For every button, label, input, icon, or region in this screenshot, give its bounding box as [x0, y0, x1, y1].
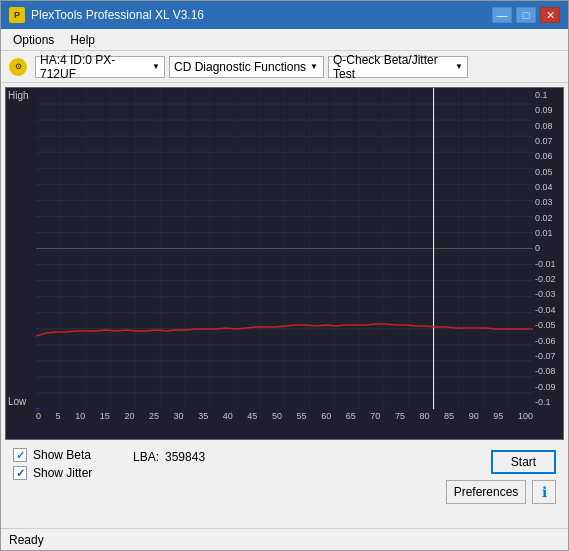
main-window: P PlexTools Professional XL V3.16 — □ ✕ … [0, 0, 569, 551]
maximize-button[interactable]: □ [516, 7, 536, 23]
prefs-row: Preferences ℹ [446, 480, 556, 504]
info-icon: ℹ [542, 484, 547, 500]
preferences-button[interactable]: Preferences [446, 480, 526, 504]
function-dropdown[interactable]: CD Diagnostic Functions ▼ [169, 56, 324, 78]
function-dropdown-arrow: ▼ [310, 62, 318, 71]
show-jitter-checkmark: ✓ [16, 467, 25, 480]
drive-dropdown-arrow: ▼ [152, 62, 160, 71]
lba-label: LBA: [133, 450, 159, 464]
start-button[interactable]: Start [491, 450, 556, 474]
drive-button[interactable]: ⊙ [5, 56, 31, 78]
chart-container: High Low 0.1 0.09 0.08 0.07 0.06 0.05 0.… [5, 87, 564, 440]
test-dropdown[interactable]: Q-Check Beta/Jitter Test ▼ [328, 56, 468, 78]
minimize-button[interactable]: — [492, 7, 512, 23]
status-text: Ready [9, 533, 44, 547]
show-beta-label: Show Beta [33, 448, 91, 462]
close-button[interactable]: ✕ [540, 7, 560, 23]
app-icon-label: P [14, 10, 20, 20]
lba-section: LBA: 359843 [133, 448, 205, 464]
app-icon: P [9, 7, 25, 23]
info-button[interactable]: ℹ [532, 480, 556, 504]
window-title: PlexTools Professional XL V3.16 [31, 8, 492, 22]
lba-value: 359843 [165, 450, 205, 464]
show-beta-checkbox[interactable]: ✓ [13, 448, 27, 462]
menu-bar: Options Help [1, 29, 568, 51]
help-menu[interactable]: Help [62, 31, 103, 49]
main-content: High Low 0.1 0.09 0.08 0.07 0.06 0.05 0.… [1, 83, 568, 528]
buttons-section: Start Preferences ℹ [446, 448, 556, 504]
test-dropdown-label: Q-Check Beta/Jitter Test [333, 53, 451, 81]
show-jitter-checkbox[interactable]: ✓ [13, 466, 27, 480]
show-jitter-row: ✓ Show Jitter [13, 466, 133, 480]
function-dropdown-label: CD Diagnostic Functions [174, 60, 306, 74]
show-jitter-label: Show Jitter [33, 466, 92, 480]
window-controls: — □ ✕ [492, 7, 560, 23]
chart-high-label: High [8, 90, 29, 101]
chart-low-label: Low [8, 396, 26, 407]
title-bar: P PlexTools Professional XL V3.16 — □ ✕ [1, 1, 568, 29]
show-beta-checkmark: ✓ [16, 449, 25, 462]
chart-svg [36, 88, 533, 409]
drive-dropdown-label: HA:4 ID:0 PX-712UF [40, 53, 148, 81]
toolbar: ⊙ HA:4 ID:0 PX-712UF ▼ CD Diagnostic Fun… [1, 51, 568, 83]
bottom-panel: ✓ Show Beta ✓ Show Jitter LBA: 359843 St… [5, 444, 564, 524]
options-menu[interactable]: Options [5, 31, 62, 49]
drive-icon: ⊙ [9, 58, 27, 76]
show-beta-row: ✓ Show Beta [13, 448, 133, 462]
status-bar: Ready [1, 528, 568, 550]
x-axis: 0 5 10 15 20 25 30 35 40 45 50 55 60 65 … [36, 409, 533, 439]
checkboxes: ✓ Show Beta ✓ Show Jitter [13, 448, 133, 480]
y-axis-right: 0.1 0.09 0.08 0.07 0.06 0.05 0.04 0.03 0… [533, 88, 563, 409]
drive-dropdown[interactable]: HA:4 ID:0 PX-712UF ▼ [35, 56, 165, 78]
test-dropdown-arrow: ▼ [455, 62, 463, 71]
